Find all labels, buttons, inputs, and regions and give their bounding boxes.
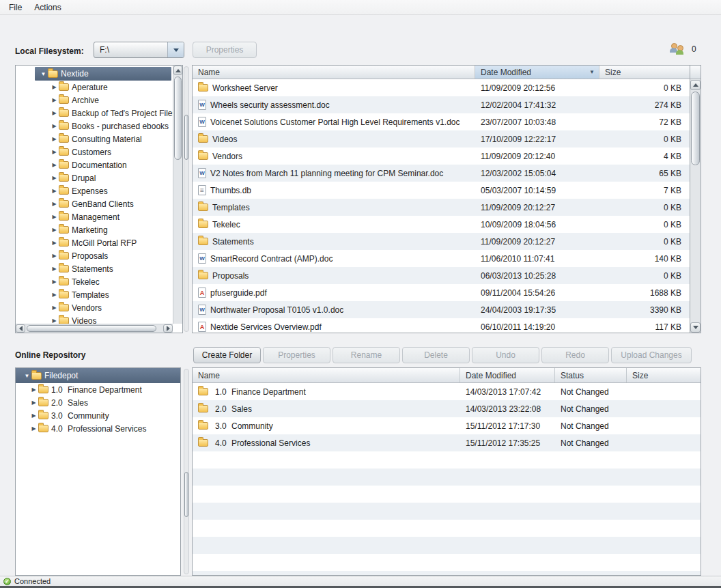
collapsed-arrow-icon[interactable] <box>50 123 59 129</box>
tree-horizontal-scrollbar[interactable] <box>16 324 173 333</box>
column-header-size[interactable]: Size <box>599 66 690 79</box>
tree-item[interactable]: Templates <box>16 288 182 301</box>
splitter-scrollbar-bottom[interactable] <box>184 369 189 574</box>
file-row[interactable]: Vendors 11/09/2009 20:12:40 4 KB <box>193 148 690 165</box>
scroll-up-button[interactable] <box>690 80 701 90</box>
tree-item[interactable]: Vendors <box>16 301 182 314</box>
collapsed-arrow-icon[interactable] <box>29 400 38 406</box>
collapsed-arrow-icon[interactable] <box>50 149 59 155</box>
file-row[interactable]: Northwater Proposal T0105 v1.0.doc 24/04… <box>193 301 690 318</box>
file-row[interactable]: Statements 11/09/2009 20:12:27 0 KB <box>193 233 690 250</box>
file-row[interactable]: Nextide Services Overview.pdf 06/10/2011… <box>193 318 690 333</box>
tree-item[interactable]: Documentation <box>16 158 182 171</box>
expanded-arrow-icon[interactable] <box>39 71 48 77</box>
scroll-left-button[interactable] <box>16 324 25 333</box>
file-row[interactable]: Thumbs.db 05/03/2007 10:14:59 7 KB <box>193 182 690 199</box>
collapsed-arrow-icon[interactable] <box>50 253 59 259</box>
collapsed-arrow-icon[interactable] <box>29 425 38 432</box>
file-row[interactable]: V2 Notes from March 11 planning meeting … <box>193 165 690 182</box>
file-row[interactable]: Wheels security assessment.doc 12/02/200… <box>193 96 690 113</box>
table-vertical-scrollbar[interactable] <box>690 65 701 333</box>
scroll-down-button[interactable] <box>690 322 701 333</box>
tree-item[interactable]: Statements <box>16 262 182 275</box>
scrollbar-thumb[interactable] <box>27 325 156 332</box>
repository-toolbar-button[interactable]: Upload Changes <box>611 347 692 363</box>
tree-root-nextide[interactable]: Nextide <box>35 67 171 81</box>
collapsed-arrow-icon[interactable] <box>50 201 59 207</box>
column-header-date-modified[interactable]: Date Modified <box>460 368 555 382</box>
collapsed-arrow-icon[interactable] <box>50 279 59 285</box>
tree-item[interactable]: Tekelec <box>16 275 182 288</box>
scroll-up-button[interactable] <box>173 66 182 75</box>
column-header-size[interactable]: Size <box>627 368 701 382</box>
tree-item[interactable]: GenBand Clients <box>16 197 182 210</box>
tree-item[interactable]: 1.0 Finance Department <box>16 383 180 396</box>
column-header-name[interactable]: Name <box>193 66 475 79</box>
splitter-scrollbar-top[interactable] <box>184 66 189 332</box>
tree-item[interactable]: Archive <box>16 94 182 107</box>
menu-item[interactable]: File <box>3 1 28 14</box>
collapsed-arrow-icon[interactable] <box>50 97 59 103</box>
collapsed-arrow-icon[interactable] <box>50 175 59 181</box>
collapsed-arrow-icon[interactable] <box>50 188 59 194</box>
tree-item[interactable]: Management <box>16 210 182 223</box>
file-row[interactable]: Videos 17/10/2009 12:22:17 0 KB <box>193 130 690 148</box>
folder-row[interactable]: 2.0 Sales 14/03/2013 23:22:08 Not Change… <box>193 400 701 417</box>
tree-item[interactable]: Books - purchased ebooks <box>16 120 182 132</box>
tree-item[interactable]: Proposals <box>16 249 182 262</box>
scrollbar-thumb[interactable] <box>184 115 188 160</box>
repository-toolbar-button[interactable]: Properties <box>263 347 330 363</box>
collapsed-arrow-icon[interactable] <box>50 84 59 90</box>
repository-toolbar-button[interactable]: Redo <box>541 347 609 363</box>
filesystem-drive-dropdown[interactable]: F:\ <box>94 42 184 58</box>
collapsed-arrow-icon[interactable] <box>50 305 59 311</box>
local-properties-button[interactable]: Properties <box>193 42 257 58</box>
repository-toolbar-button[interactable]: Rename <box>333 347 400 363</box>
column-header-date-modified[interactable]: Date Modified ▼ <box>475 66 599 79</box>
column-header-name[interactable]: Name <box>193 368 460 382</box>
collapsed-arrow-icon[interactable] <box>29 387 38 393</box>
tree-item[interactable]: Drupal <box>16 171 182 184</box>
column-header-status[interactable]: Status <box>555 368 627 382</box>
collapsed-arrow-icon[interactable] <box>50 227 59 233</box>
expanded-arrow-icon[interactable] <box>23 373 31 379</box>
collapsed-arrow-icon[interactable] <box>50 162 59 168</box>
tree-item[interactable]: 4.0 Professional Services <box>16 422 180 435</box>
scrollbar-thumb[interactable] <box>691 92 700 165</box>
tree-item[interactable]: McGill Portal RFP <box>16 236 182 249</box>
scroll-right-button[interactable] <box>163 324 173 333</box>
dropdown-arrow-button[interactable] <box>167 42 184 57</box>
tree-item[interactable]: Backup of Ted's Project Files <box>16 107 182 120</box>
tree-item[interactable]: Marketing <box>16 223 182 236</box>
collapsed-arrow-icon[interactable] <box>50 292 59 298</box>
menu-item[interactable]: Actions <box>28 1 67 14</box>
scrollbar-thumb[interactable] <box>184 472 188 517</box>
folder-row[interactable]: 3.0 Community 15/11/2012 17:17:30 Not Ch… <box>193 417 701 434</box>
file-row[interactable]: Templates 11/09/2009 20:12:27 0 KB <box>193 199 690 216</box>
file-row[interactable]: Tekelec 10/09/2009 18:04:56 0 KB <box>193 216 690 233</box>
file-row[interactable]: Voicenet Solutions Customer Portal High … <box>193 113 690 130</box>
tree-item[interactable]: 3.0 Community <box>16 409 180 422</box>
folder-row[interactable]: 1.0 Finance Department 14/03/2013 17:07:… <box>193 383 701 400</box>
tree-vertical-scrollbar[interactable] <box>173 66 182 324</box>
tree-item[interactable]: Expenses <box>16 184 182 197</box>
collapsed-arrow-icon[interactable] <box>50 136 59 142</box>
file-row[interactable]: SmartRecord Contract (AMP).doc 11/06/201… <box>193 250 690 267</box>
repository-toolbar-button[interactable]: Create Folder <box>193 347 261 363</box>
tree-item[interactable]: Consulting Material <box>16 132 182 145</box>
tree-item[interactable]: Customers <box>16 145 182 158</box>
file-row[interactable]: Proposals 06/03/2013 10:25:28 0 KB <box>193 267 690 284</box>
tree-item[interactable]: 2.0 Sales <box>16 396 180 409</box>
collapsed-arrow-icon[interactable] <box>50 214 59 220</box>
repository-toolbar-button[interactable]: Undo <box>472 347 539 363</box>
collapsed-arrow-icon[interactable] <box>50 240 59 246</box>
collapsed-arrow-icon[interactable] <box>29 412 38 419</box>
file-row[interactable]: Worksheet Server 11/09/2009 20:12:56 0 K… <box>193 79 690 96</box>
file-row[interactable]: pfuserguide.pdf 09/11/2004 15:54:26 1688… <box>193 284 690 301</box>
repository-toolbar-button[interactable]: Delete <box>402 347 470 363</box>
tree-item[interactable]: Aperature <box>16 81 182 94</box>
folder-row[interactable]: 4.0 Professional Services 15/11/2012 17:… <box>193 434 701 451</box>
collapsed-arrow-icon[interactable] <box>50 266 59 272</box>
tree-root-filedepot[interactable]: Filedepot <box>16 368 180 383</box>
scrollbar-thumb[interactable] <box>174 76 182 160</box>
